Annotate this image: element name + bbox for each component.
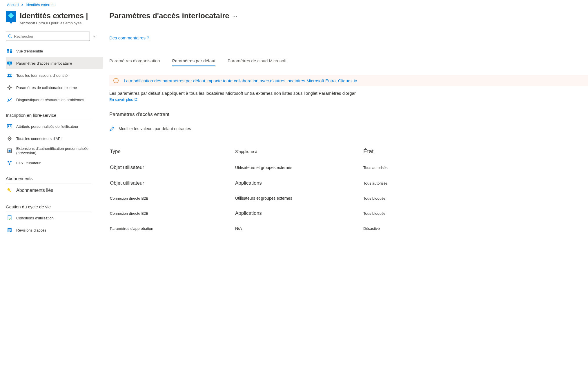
cell-type: Connexion directe B2B <box>110 206 235 221</box>
sidebar-item-label: Révisions d'accès <box>16 228 46 232</box>
cell-type: Connexion directe B2B <box>110 191 235 205</box>
more-actions-icon[interactable]: … <box>232 12 238 18</box>
cell-applies: N/A <box>235 221 363 235</box>
tab-param-tres-de-cloud-microsoft[interactable]: Paramètres de cloud Microsoft <box>228 56 286 66</box>
sidebar-item-vue-d-ensemble[interactable]: Vue d'ensemble <box>6 45 103 57</box>
collapse-sidebar-icon[interactable]: « <box>93 34 96 39</box>
learn-more-link[interactable]: En savoir plus <box>109 97 138 102</box>
breadcrumb: Accueil > Identités externes <box>0 0 588 10</box>
tabs: Paramètres d'organisationParamètres par … <box>109 56 588 66</box>
sidebar-item-label: Flux utilisateur <box>16 161 41 165</box>
edit-inbound-label: Modifier les valeurs par défaut entrante… <box>119 126 191 131</box>
section-selfservice-title: Inscription en libre-service <box>6 113 103 118</box>
cell-applies: Utilisateurs et groupes externes <box>235 160 363 175</box>
info-banner-text: La modification des paramètres par défau… <box>124 78 357 83</box>
sidebar-item-label: Extensions d'authentification personnali… <box>16 146 103 155</box>
breadcrumb-home[interactable]: Accueil <box>7 3 19 7</box>
sidebar-item-extensions-d-authentification-[interactable]: Extensions d'authentification personnali… <box>6 145 103 157</box>
th-applies: S'applique à <box>235 143 363 159</box>
cell-state: Tous bloqués <box>363 206 587 221</box>
breadcrumb-page[interactable]: Identités externes <box>26 3 56 7</box>
svg-point-21 <box>8 161 9 162</box>
tab-param-tres-par-d-faut[interactable]: Paramètres par défaut <box>172 56 215 66</box>
svg-rect-2 <box>7 49 9 51</box>
sidebar-item-flux-utilisateur[interactable]: Flux utilisateur <box>6 157 103 169</box>
section-subs-title: Abonnements <box>6 176 103 181</box>
section-lifecycle-title: Gestion du cycle de vie <box>6 204 103 209</box>
sidebar-item-label: Paramètres d'accès interlocataire <box>16 61 72 65</box>
table-row: Paramètres d'approbationN/ADésactivé <box>110 221 587 235</box>
overview-icon <box>7 48 12 54</box>
th-state: État <box>363 143 587 159</box>
external-identities-icon <box>6 11 16 22</box>
sidebar-item-label: Vue d'ensemble <box>16 49 43 53</box>
sidebar-item-conditions-d-utilisation[interactable]: Conditions d'utilisation <box>6 212 103 224</box>
blade-header: Identités externes | Microsoft Entra ID … <box>6 11 103 25</box>
sidebar-item-label: Tous les fournisseurs d'identité <box>16 73 68 78</box>
section-heading-inbound: Paramètres d'accès entrant <box>109 112 588 117</box>
sidebar-item-r-visions-d-acc-s[interactable]: Révisions d'accès <box>6 224 103 236</box>
svg-point-24 <box>8 188 10 191</box>
sidebar-item-label: Paramètres de collaboration externe <box>16 85 77 90</box>
blade-subtitle: Microsoft Entra ID pour les employés <box>20 21 88 25</box>
page-title: Paramètres d'accès interlocataire <box>109 11 229 20</box>
feedback-link[interactable]: Des commentaires ? <box>109 35 149 40</box>
svg-rect-29 <box>8 229 11 230</box>
sidebar-item-label: Attributs personnalisés de l'utilisateur <box>16 124 78 129</box>
external-link-icon <box>134 98 138 102</box>
sidebar-item-label: Conditions d'utilisation <box>16 216 54 220</box>
svg-point-15 <box>8 125 9 127</box>
terms-icon <box>7 215 12 221</box>
sidebar-item-tous-les-fournisseurs-d-identi[interactable]: Tous les fournisseurs d'identité <box>6 69 103 81</box>
search-input[interactable] <box>12 34 88 39</box>
access-review-icon <box>7 228 12 233</box>
pencil-icon <box>109 126 115 131</box>
sidebar-item-label: Tous les connecteurs d'API <box>16 137 61 141</box>
edit-inbound-defaults[interactable]: Modifier les valeurs par défaut entrante… <box>109 126 588 131</box>
blade-title: Identités externes | <box>20 11 88 20</box>
sidebar: Identités externes | Microsoft Entra ID … <box>0 10 103 236</box>
svg-rect-8 <box>9 65 10 65</box>
search-input-wrapper[interactable] <box>6 32 90 41</box>
table-row: Objet utilisateurApplicationsTous autori… <box>110 176 587 191</box>
breadcrumb-sep: > <box>21 3 24 7</box>
user-flow-icon <box>7 160 12 165</box>
svg-point-13 <box>8 101 8 102</box>
cell-applies: Applications <box>235 176 363 191</box>
svg-point-9 <box>8 74 10 76</box>
svg-point-23 <box>9 163 10 165</box>
api-connector-icon <box>7 136 12 141</box>
diagnose-icon <box>7 97 12 102</box>
cell-type: Objet utilisateur <box>110 176 235 191</box>
sidebar-item-diagnostiquer-et-r-soudre-les-[interactable]: Diagnostiquer et résoudre les problèmes <box>6 94 103 106</box>
main-content: Paramètres d'accès interlocataire … Des … <box>103 10 588 236</box>
svg-rect-3 <box>10 49 12 51</box>
svg-rect-20 <box>9 150 11 152</box>
auth-ext-icon <box>7 148 12 153</box>
sidebar-item-param-tres-de-collaboration-ex[interactable]: Paramètres de collaboration externe <box>6 81 103 94</box>
info-icon: i <box>113 78 119 83</box>
sidebar-item-abonnements-li-s[interactable]: Abonnements liés <box>6 183 103 197</box>
svg-rect-5 <box>10 51 12 53</box>
svg-rect-11 <box>7 76 12 77</box>
gear-icon <box>7 85 12 90</box>
tab-param-tres-d-organisation[interactable]: Paramètres d'organisation <box>109 56 160 66</box>
cell-applies: Utilisateurs et groupes externes <box>235 191 363 205</box>
cell-state: Tous autorisés <box>363 176 587 191</box>
svg-point-12 <box>9 87 11 89</box>
svg-point-10 <box>10 74 12 76</box>
svg-rect-31 <box>8 231 10 232</box>
th-type: Type <box>110 143 235 159</box>
sidebar-item-tous-les-connecteurs-d-api[interactable]: Tous les connecteurs d'API <box>6 132 103 145</box>
identity-providers-icon <box>7 73 12 78</box>
cell-state: Désactivé <box>363 221 587 235</box>
cell-type: Paramètres d'approbation <box>110 221 235 235</box>
search-icon <box>8 34 12 39</box>
svg-point-22 <box>10 161 12 162</box>
sidebar-item-param-tres-d-acc-s-interlocata[interactable]: Paramètres d'accès interlocataire <box>6 57 103 69</box>
cell-type: Objet utilisateur <box>110 160 235 175</box>
svg-rect-4 <box>7 51 9 53</box>
info-banner: i La modification des paramètres par déf… <box>109 75 588 86</box>
table-row: Objet utilisateurUtilisateurs et groupes… <box>110 160 587 175</box>
sidebar-item-attributs-personnalis-s-de-l-u[interactable]: Attributs personnalisés de l'utilisateur <box>6 120 103 132</box>
